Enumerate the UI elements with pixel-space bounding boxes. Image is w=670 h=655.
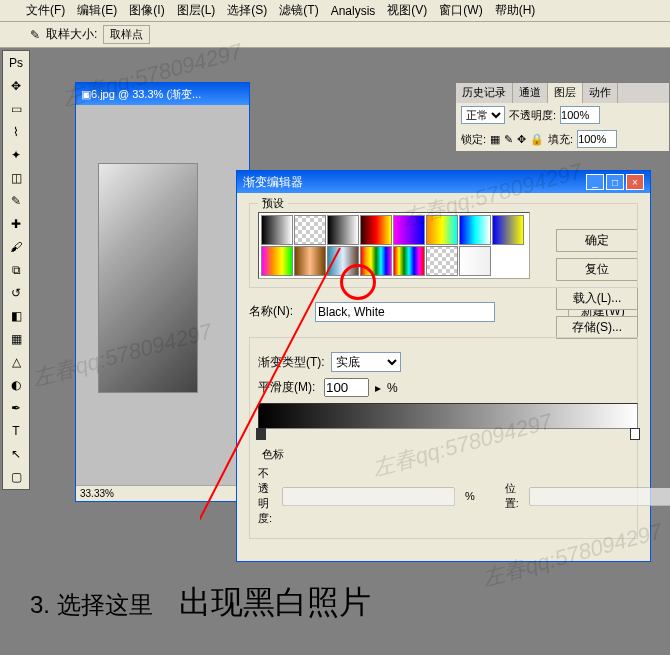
menu-help[interactable]: 帮助(H) — [489, 0, 542, 21]
load-button[interactable]: 载入(L)... — [556, 287, 638, 310]
stop-opacity-label: 不透明度: — [258, 466, 272, 526]
swatch-transparent-rainbow[interactable] — [393, 246, 425, 276]
percent-label: % — [387, 381, 398, 395]
stop-position-input[interactable] — [529, 487, 670, 506]
close-button[interactable]: × — [626, 174, 644, 190]
save-button[interactable]: 存储(S)... — [556, 316, 638, 339]
tool-brush[interactable]: 🖌 — [4, 236, 28, 258]
menu-window[interactable]: 窗口(W) — [433, 0, 488, 21]
menu-view[interactable]: 视图(V) — [381, 0, 433, 21]
tool-wand[interactable]: ✦ — [4, 144, 28, 166]
tab-history[interactable]: 历史记录 — [456, 83, 513, 103]
tool-marquee[interactable]: ▭ — [4, 98, 28, 120]
panel-tabs: 历史记录 通道 图层 动作 — [456, 83, 669, 103]
swatch-black-white[interactable] — [327, 215, 359, 245]
tool-blur[interactable]: △ — [4, 351, 28, 373]
stop-position-label: 位置: — [505, 481, 519, 511]
swatch-violet-green[interactable] — [261, 246, 293, 276]
tab-actions[interactable]: 动作 — [583, 83, 618, 103]
lock-move-icon[interactable]: ✥ — [517, 133, 526, 146]
gradient-type-select[interactable]: 实底 — [331, 352, 401, 372]
gradient-stop-right[interactable] — [630, 428, 640, 440]
swatch-foreground-transparent[interactable] — [294, 215, 326, 245]
menu-analysis[interactable]: Analysis — [325, 2, 382, 20]
gradient-name-input[interactable] — [315, 302, 495, 322]
menu-edit[interactable]: 编辑(E) — [71, 0, 123, 21]
swatch-red-green[interactable] — [360, 215, 392, 245]
menu-image[interactable]: 图像(I) — [123, 0, 170, 21]
tool-eyedropper[interactable]: ✎ — [4, 190, 28, 212]
swatch-light[interactable] — [459, 246, 491, 276]
step-text: 3. 选择这里 — [30, 591, 153, 618]
tab-channels[interactable]: 通道 — [513, 83, 548, 103]
gradient-stop-left[interactable] — [256, 428, 266, 440]
tool-crop[interactable]: ◫ — [4, 167, 28, 189]
document-canvas[interactable] — [76, 105, 249, 485]
document-title: 6.jpg @ 33.3% (渐变... — [91, 87, 201, 102]
tool-path[interactable]: ↖ — [4, 443, 28, 465]
dialog-titlebar[interactable]: 渐变编辑器 _ □ × — [237, 171, 650, 193]
lock-label: 锁定: — [461, 132, 486, 147]
presets-label: 预设 — [258, 196, 288, 211]
document-statusbar: 33.33% — [76, 485, 249, 501]
toolbox: Ps ✥ ▭ ⌇ ✦ ◫ ✎ ✚ 🖌 ⧉ ↺ ◧ ▦ △ ◐ ✒ T ↖ ▢ — [2, 50, 30, 490]
tool-type[interactable]: T — [4, 420, 28, 442]
tool-stamp[interactable]: ⧉ — [4, 259, 28, 281]
menu-layer[interactable]: 图层(L) — [171, 0, 222, 21]
tool-dodge[interactable]: ◐ — [4, 374, 28, 396]
tool-ps-icon[interactable]: Ps — [4, 52, 28, 74]
swatch-chrome[interactable] — [327, 246, 359, 276]
swatch-blue-yellow-blue[interactable] — [459, 215, 491, 245]
gradient-type-label: 渐变类型(T): — [258, 354, 325, 371]
lock-trans-icon[interactable]: ▦ — [490, 133, 500, 146]
caption: 3. 选择这里 出现黑白照片 — [30, 581, 371, 625]
tool-move[interactable]: ✥ — [4, 75, 28, 97]
lock-paint-icon[interactable]: ✎ — [504, 133, 513, 146]
blend-mode-select[interactable]: 正常 — [461, 106, 505, 124]
swatch-spectrum[interactable] — [360, 246, 392, 276]
smoothness-input[interactable] — [324, 378, 369, 397]
tool-shape[interactable]: ▢ — [4, 466, 28, 488]
tool-pen[interactable]: ✒ — [4, 397, 28, 419]
tool-history[interactable]: ↺ — [4, 282, 28, 304]
menu-filter[interactable]: 滤镜(T) — [273, 0, 324, 21]
stops-label: 色标 — [258, 447, 288, 462]
gradient-preview-bar[interactable] — [258, 403, 638, 429]
smoothness-label: 平滑度(M): — [258, 379, 318, 396]
swatch-transparent-stripes[interactable] — [426, 246, 458, 276]
tool-heal[interactable]: ✚ — [4, 213, 28, 235]
panels: 历史记录 通道 图层 动作 正常 不透明度: 锁定: ▦ ✎ ✥ 🔒 填充: — [455, 82, 670, 152]
tool-lasso[interactable]: ⌇ — [4, 121, 28, 143]
menu-file[interactable]: 文件(F) — [20, 0, 71, 21]
fill-input[interactable] — [577, 130, 617, 148]
gradient-editor-dialog: 渐变编辑器 _ □ × 确定 复位 载入(L)... 存储(S)... 预设 — [236, 170, 651, 562]
name-label: 名称(N): — [249, 303, 309, 320]
minimize-button[interactable]: _ — [586, 174, 604, 190]
options-bar: ✎ 取样大小: 取样点 — [0, 22, 670, 48]
sample-point-button[interactable]: 取样点 — [103, 25, 150, 44]
swatch-blue-red-yellow[interactable] — [426, 215, 458, 245]
zoom-level[interactable]: 33.33% — [80, 488, 114, 499]
lock-all-icon[interactable]: 🔒 — [530, 133, 544, 146]
tool-eraser[interactable]: ◧ — [4, 305, 28, 327]
eyedropper-icon: ✎ — [30, 28, 40, 42]
menu-select[interactable]: 选择(S) — [221, 0, 273, 21]
stop-opacity-input[interactable] — [282, 487, 455, 506]
menu-bar: 文件(F) 编辑(E) 图像(I) 图层(L) 选择(S) 滤镜(T) Anal… — [0, 0, 670, 22]
canvas-image — [98, 163, 198, 393]
swatch-orange-yellow[interactable] — [492, 215, 524, 245]
tab-layers[interactable]: 图层 — [548, 83, 583, 103]
opacity-input[interactable] — [560, 106, 600, 124]
swatch-violet-orange[interactable] — [393, 215, 425, 245]
fill-label: 填充: — [548, 132, 573, 147]
tool-gradient[interactable]: ▦ — [4, 328, 28, 350]
maximize-button[interactable]: □ — [606, 174, 624, 190]
result-text: 出现黑白照片 — [179, 584, 371, 620]
swatch-foreground-background[interactable] — [261, 215, 293, 245]
chevron-icon[interactable]: ▸ — [375, 381, 381, 395]
dialog-title: 渐变编辑器 — [243, 174, 303, 191]
swatch-copper[interactable] — [294, 246, 326, 276]
document-window: ▣ 6.jpg @ 33.3% (渐变... 33.33% — [75, 82, 250, 502]
document-titlebar[interactable]: ▣ 6.jpg @ 33.3% (渐变... — [76, 83, 249, 105]
opacity-label: 不透明度: — [509, 108, 556, 123]
